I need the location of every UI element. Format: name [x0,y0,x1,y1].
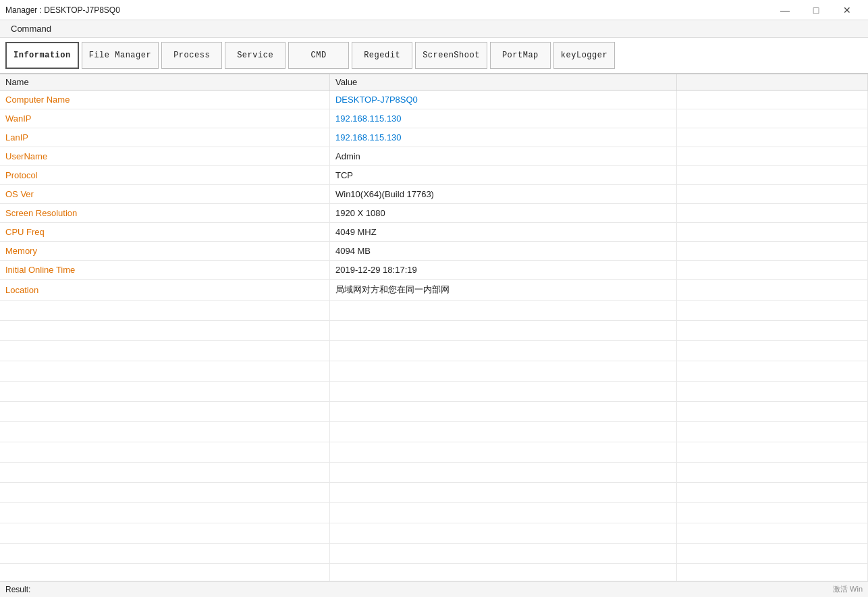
empty-cell [677,523,868,544]
close-button[interactable]: ✕ [832,0,863,20]
tab-btn-cmd[interactable]: CMD [288,42,349,69]
row-extra [677,109,868,128]
table-row-empty [0,321,868,341]
row-extra [677,185,868,204]
table-row-empty [0,463,868,483]
empty-cell [0,321,329,341]
empty-cell [0,523,329,544]
tab-btn-regedit[interactable]: Regedit [352,42,412,69]
empty-cell [677,442,868,463]
tab-btn-keylogger[interactable]: keyLogger [553,42,615,69]
empty-cell [0,564,329,581]
row-extra [677,128,868,147]
table-row-empty [0,523,868,544]
empty-cell [677,361,868,382]
table-row: Initial Online Time2019-12-29 18:17:19 [0,261,868,280]
row-name: CPU Freq [0,223,329,242]
empty-cell [677,483,868,503]
table-header-row: Name Value [0,74,868,90]
info-table-container: Name Value Computer NameDESKTOP-J7P8SQ0W… [0,74,868,581]
row-extra [677,166,868,185]
minimize-button[interactable]: — [769,0,801,20]
col-value-header: Value [329,74,676,90]
row-extra [677,242,868,261]
empty-cell [329,564,676,581]
col-extra-header [677,74,868,90]
status-right-text: 激活 Win [833,584,863,594]
row-value: TCP [329,166,676,185]
row-name: OS Ver [0,185,329,204]
table-row: ProtocolTCP [0,166,868,185]
table-row: Computer NameDESKTOP-J7P8SQ0 [0,90,868,109]
empty-cell [677,382,868,402]
table-row: CPU Freq4049 MHZ [0,223,868,242]
row-extra [677,280,868,301]
table-row-empty [0,301,868,321]
empty-cell [329,442,676,463]
empty-cell [329,301,676,321]
window-controls: — □ ✕ [769,0,863,20]
empty-cell [329,503,676,523]
row-extra [677,223,868,242]
table-row-empty [0,544,868,564]
tab-btn-service[interactable]: Service [225,42,286,69]
empty-cell [677,321,868,341]
empty-cell [0,483,329,503]
title-bar: Manager : DESKTOP-J7P8SQ0 — □ ✕ [0,0,868,20]
table-row: Screen Resolution1920 X 1080 [0,204,868,223]
row-value: 4094 MB [329,242,676,261]
col-name-header: Name [0,74,329,90]
table-row-empty [0,442,868,463]
tab-btn-process[interactable]: Process [161,42,222,69]
tab-btn-screenshoot[interactable]: ScreenShoot [415,42,487,69]
row-extra [677,261,868,280]
row-value: 1920 X 1080 [329,204,676,223]
empty-cell [677,341,868,361]
row-name: Memory [0,242,329,261]
menu-command[interactable]: Command [5,22,57,35]
row-name: Location [0,280,329,301]
row-value: 4049 MHZ [329,223,676,242]
table-row: WanIP192.168.115.130 [0,109,868,128]
row-name: Screen Resolution [0,204,329,223]
empty-cell [329,544,676,564]
empty-cell [677,422,868,442]
row-name: WanIP [0,109,329,128]
empty-cell [677,301,868,321]
tab-btn-file-manager[interactable]: File Manager [82,42,159,69]
row-name: Computer Name [0,90,329,109]
status-label: Result: [5,585,30,594]
empty-cell [677,564,868,581]
table-row-empty [0,402,868,422]
table-row-empty [0,564,868,581]
row-extra [677,147,868,166]
tab-btn-information[interactable]: Information [5,42,79,69]
table-row-empty [0,483,868,503]
empty-cell [677,463,868,483]
empty-cell [329,361,676,382]
table-row: Memory4094 MB [0,242,868,261]
maximize-button[interactable]: □ [801,0,832,20]
table-row: OS VerWin10(X64)(Build 17763) [0,185,868,204]
row-value: 192.168.115.130 [329,128,676,147]
row-value: 192.168.115.130 [329,109,676,128]
empty-cell [0,341,329,361]
toolbar: InformationFile ManagerProcessServiceCMD… [0,38,868,74]
empty-cell [0,503,329,523]
empty-cell [0,463,329,483]
menu-bar: Command [0,20,868,38]
row-extra [677,204,868,223]
row-name: LanIP [0,128,329,147]
row-extra [677,90,868,109]
table-row: Location局域网对方和您在同一内部网 [0,280,868,301]
status-bar: Result: 激活 Win [0,581,868,597]
empty-cell [329,382,676,402]
tab-btn-portmap[interactable]: PortMap [490,42,551,69]
empty-cell [677,402,868,422]
table-row: LanIP192.168.115.130 [0,128,868,147]
row-name: Initial Online Time [0,261,329,280]
empty-cell [0,361,329,382]
empty-cell [0,301,329,321]
empty-cell [0,382,329,402]
empty-cell [329,483,676,503]
